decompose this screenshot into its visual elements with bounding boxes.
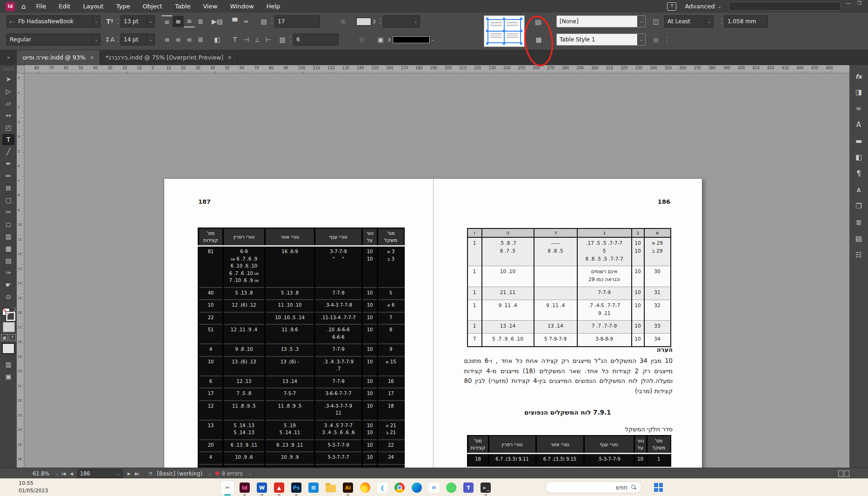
table-header-cell[interactable]: טורי ענף [315, 228, 362, 246]
zoom-level[interactable]: 61.8% [33, 470, 50, 477]
table-cell[interactable]: 33 [644, 321, 671, 334]
tint-stepper[interactable]: ⌃⌄ [378, 19, 383, 24]
table-cell[interactable]: ----- 5. 8. 8 [534, 237, 577, 266]
table-cell[interactable]: 3-8-8-9 [577, 334, 632, 347]
table-cell[interactable]: 10 [634, 454, 647, 466]
rectangle-frame-tool[interactable]: ⊠ [2, 182, 14, 194]
panel-expand-icon[interactable]: » [0, 50, 17, 65]
teams-icon[interactable]: T [461, 481, 475, 495]
align-bottom-button[interactable]: ≡ [184, 15, 195, 27]
table-cell[interactable]: 12. (6). 12 [223, 300, 265, 312]
note-tool[interactable]: ▤ [2, 255, 14, 266]
home-icon[interactable]: ⌂ [21, 2, 26, 11]
table-cell[interactable]: 3-4-3-7-7-9. 11 [315, 401, 362, 420]
table-row[interactable]: 3 א 3 ב10 103-7-7-9 " "6-9. 166-9 9. 6. … [199, 246, 404, 288]
table-cell[interactable]: 10 [362, 401, 378, 420]
table-cell[interactable]: 6 א [378, 300, 404, 312]
table-cell[interactable]: 81 [199, 246, 223, 288]
subheading[interactable]: סדר חלקי המשקל [625, 426, 673, 433]
table-cell[interactable]: 16 [378, 376, 404, 389]
vertical-ruler[interactable]: 0123456789101112131415161718192021222324… [17, 74, 25, 468]
row-height-field[interactable]: 1.058 mm [724, 15, 768, 27]
view-options-icon[interactable]: ▥ [2, 359, 14, 370]
formatting-affects-text-button[interactable]: T [9, 334, 16, 341]
hand-tool[interactable]: ☛ [2, 279, 14, 290]
page-number-combo[interactable]: 186 ⌄ [77, 469, 123, 478]
common-weights-table[interactable]: מס' משקלטור עלטורי ענףטורי אזורטורי רפרי… [467, 435, 672, 467]
table-cell[interactable]: 6. 9. 10 [223, 452, 265, 464]
swap-fill-stroke-icon[interactable]: ⤸ [13, 307, 16, 313]
table-header-cell[interactable]: ה [482, 228, 534, 237]
table-cell[interactable]: 7 [378, 312, 404, 325]
swatches-panel[interactable]: ☷ [855, 251, 861, 259]
cc-libraries-panel[interactable]: ▤ [855, 235, 862, 243]
table-cell[interactable]: 12. 12. 12 [223, 464, 265, 468]
table-cell[interactable]: 11. 21 [482, 287, 534, 300]
chevron-down-icon[interactable]: ⌄ [637, 16, 645, 27]
page-spread[interactable]: 187 מס' משקלטור עלטורי ענףטורי אזורטורי … [164, 178, 702, 468]
chevron-down-icon[interactable]: ⌄ [248, 471, 252, 476]
paragraph-panel[interactable]: ¶ [856, 169, 861, 178]
save-style-icon[interactable]: ▣ [650, 34, 661, 45]
table-cell[interactable]: 22 [199, 312, 223, 325]
table-cell[interactable]: 6 [199, 376, 223, 389]
table-cell[interactable] [534, 266, 577, 287]
table-cell[interactable]: 13. 12 [223, 376, 265, 389]
table-row[interactable]: 29 א 29 ב10 107-7-7. 5. 5. 17. 5 7-7-7. … [467, 237, 671, 266]
section-heading[interactable]: 7.9.1 לוח המשקלים הנפוצים [434, 409, 702, 416]
cols-field[interactable]: 6 [293, 34, 339, 46]
table-cell[interactable]: 30 [644, 266, 671, 287]
table-cell[interactable]: 10 [632, 300, 644, 321]
table-header-cell[interactable]: טורי אזור [536, 436, 584, 454]
terminal-icon[interactable]: ＞_ [479, 481, 493, 495]
table-cell[interactable]: 10 [362, 344, 378, 356]
table-cell[interactable]: 18 [378, 401, 404, 420]
stroke-swatch[interactable] [393, 36, 430, 43]
font-size-field[interactable]: 13 pt ⌄ [120, 15, 155, 27]
formatting-affects-container-button[interactable]: ▣ [1, 334, 8, 341]
table-cell[interactable]: 10 [362, 452, 378, 464]
page-187[interactable]: 187 מס' משקלטור עלטורי ענףטורי אזורטורי … [164, 179, 434, 468]
table-cell[interactable]: 18 [467, 454, 488, 466]
table-cell[interactable]: 9.6. 11 [265, 324, 315, 344]
table-cell[interactable]: 10 [632, 287, 644, 300]
rotate-text-270-icon[interactable]: ⊢ [263, 34, 274, 45]
table-row[interactable]: 34103-8-8-97-9-7-9 510. 6. 9. 7. 57 [467, 334, 671, 347]
indesign-icon[interactable]: Id [238, 481, 252, 495]
table-cell[interactable]: 4. 11. 9 [534, 300, 577, 321]
leading-stepper[interactable]: ⌃⌄ [115, 37, 120, 42]
row-height-mode-combo[interactable]: At Least ⌄ [664, 15, 714, 27]
table-header-cell[interactable]: מס' קצידות [467, 436, 488, 454]
pencil-tool[interactable]: ✏ [2, 170, 14, 181]
table-header-cell[interactable]: מס' משקל [378, 228, 404, 246]
table-cell[interactable]: 8. 5. 7 [223, 388, 265, 401]
table-row[interactable]: 31107-7-911. 211 [467, 287, 671, 300]
text-rotation-icon[interactable]: ▶▤ [212, 16, 223, 27]
table-cell[interactable]: 3-6-6-7-7-7 [315, 388, 362, 401]
table-cell[interactable]: 8. 13. 5 [265, 288, 315, 300]
table-cell[interactable]: 10 [362, 300, 378, 312]
preflight-icon[interactable]: ◔ [148, 470, 153, 476]
table-cell[interactable]: 32 [644, 300, 671, 321]
table-cell[interactable]: 10 [632, 334, 644, 347]
previous-page-button[interactable]: ◀ [70, 471, 73, 476]
pen-tool[interactable]: ✒ [2, 158, 14, 169]
menu-object[interactable]: Object [143, 3, 162, 10]
table-cell[interactable]: 1 [467, 321, 482, 334]
menu-help[interactable]: Help [267, 3, 280, 10]
mail-icon[interactable]: ✉ [427, 481, 441, 495]
table-header-cell[interactable]: מס' משקל [647, 436, 671, 454]
table-cell[interactable]: 6-9 9. 6. 7. 6 או 10. 6. 10. 6 או 10. 6.… [223, 246, 265, 288]
table-cell[interactable]: 10 [199, 356, 223, 376]
table-cell[interactable]: 40 [199, 288, 223, 300]
table-cell[interactable]: 9.15 (3.3). 6.7 [536, 454, 584, 466]
close-icon[interactable]: × [90, 54, 94, 60]
rows-stepper[interactable]: ⌃⌄ [269, 19, 274, 24]
free-transform-tool[interactable]: ◻ [2, 219, 14, 230]
table-cell[interactable]: 10. 10 [482, 266, 534, 287]
table-cell[interactable]: 6-6-6. 10. 6-6-6 [315, 324, 362, 344]
table-cell[interactable]: 1 [467, 266, 482, 287]
table-cell[interactable]: 10 [632, 321, 644, 334]
table-cell[interactable]: 7-7-9 [315, 376, 362, 389]
table-header-cell[interactable]: טור על [634, 436, 647, 454]
